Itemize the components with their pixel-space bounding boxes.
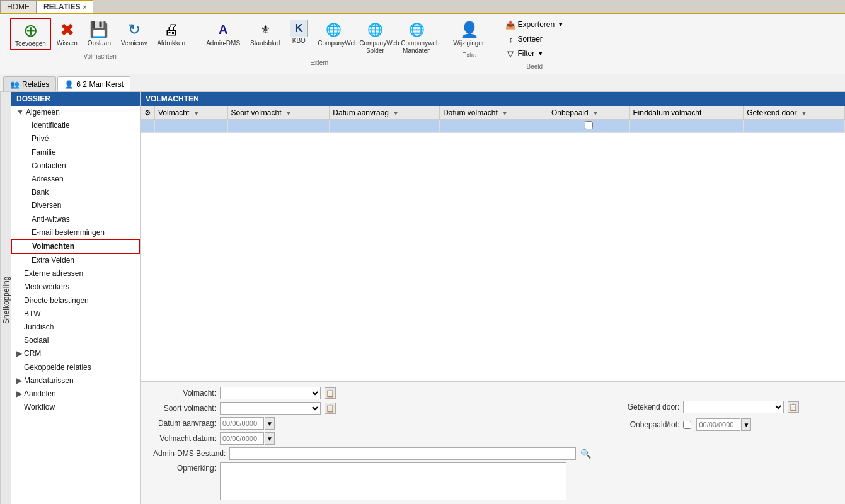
tree-item-sociaal[interactable]: Sociaal — [11, 334, 140, 347]
soort-volmacht-label: Soort volmacht: — [153, 404, 216, 413]
tree-item-anti-witwas[interactable]: Anti-witwas — [11, 213, 140, 226]
toevoegen-button[interactable]: ⊕ Toevoegen — [10, 18, 51, 50]
tree-item-diversen[interactable]: Diversen — [11, 199, 140, 212]
filter-arrow-icon: ▼ — [537, 50, 543, 57]
table-gear-header[interactable]: ⚙ — [141, 106, 155, 120]
tree-item-crm[interactable]: ▶CRM — [11, 347, 140, 360]
ribbon-group-volmachten: ⊕ Toevoegen ✖ Wissen 💾 Opslaan ↻ Vernieu… — [5, 16, 195, 61]
tree-item-email-bestemmingen[interactable]: E-mail bestemmingen — [11, 226, 140, 239]
admin-dms-search-icon[interactable]: 🔍 — [580, 448, 591, 459]
tree-item-medewerkers[interactable]: Medewerkers — [11, 280, 140, 294]
row1-onbepaald-checkbox[interactable] — [585, 121, 593, 129]
col-einddatum-volmacht: Einddatum volmacht — [629, 106, 744, 120]
wijzigingen-button[interactable]: 👤 Wijzigingen — [449, 18, 490, 49]
col-getekend-door: Getekend door ▼ — [744, 106, 845, 120]
person-icon: 👤 — [64, 80, 74, 89]
form-area: Volmacht: 📋 Soort volmacht: 📋 Datum aanv… — [141, 381, 845, 504]
table-row-1[interactable] — [141, 120, 845, 133]
tree-item-externe-adressen[interactable]: Externe adressen — [11, 267, 140, 280]
col-datum-aanvraag-label: Datum aanvraag — [333, 108, 389, 117]
admin-dms-button[interactable]: A Admin-DMS — [202, 18, 244, 49]
col-volmacht-filter-icon[interactable]: ▼ — [193, 110, 200, 117]
vernieuw-button[interactable]: ↻ Vernieuw — [117, 18, 151, 49]
row1-einddatum-volmacht — [629, 120, 744, 133]
relaties-icon: 👥 — [10, 80, 20, 89]
volmacht-datum-input[interactable] — [220, 432, 264, 445]
sorteer-icon: ↕ — [505, 34, 515, 44]
onbepaald-tot-label: Onbepaald/tot: — [616, 420, 679, 429]
exporteren-button[interactable]: 📤 Exporteren ▼ — [502, 18, 567, 32]
volmacht-datum-label: Volmacht datum: — [153, 434, 216, 443]
row1-soort-volmacht — [227, 120, 330, 133]
snelkoppeling-sidebar[interactable]: Snelkoppeling — [0, 92, 11, 504]
soort-volmacht-select[interactable] — [220, 402, 321, 415]
col-soort-volmacht: Soort volmacht ▼ — [227, 106, 330, 120]
tab-relaties-close[interactable]: × — [83, 4, 86, 11]
tree-item-algemeen[interactable]: ▼Algemeen — [11, 106, 140, 119]
onbepaald-checkbox[interactable] — [683, 421, 691, 429]
tree-item-prive[interactable]: Privé — [11, 132, 140, 146]
getekend-door-select[interactable] — [683, 401, 784, 413]
tree-item-aandelen[interactable]: ▶Aandelen — [11, 387, 140, 401]
companyweb-button[interactable]: 🌐 CompanyWeb — [313, 18, 354, 49]
tree-item-bank[interactable]: Bank — [11, 186, 140, 199]
companyweb-spider-label: CompanyWeb Spider — [359, 40, 391, 55]
onbepaald-tot-input[interactable] — [696, 418, 740, 431]
tree-item-gekoppelde-relaties[interactable]: Gekoppelde relaties — [11, 361, 140, 374]
col-onbepaald-filter-icon[interactable]: ▼ — [592, 110, 599, 117]
datum-aanvraag-date: ▼ — [220, 417, 275, 430]
tree-item-contacten[interactable]: Contacten — [11, 159, 140, 173]
staatsblad-icon: ⚜ — [255, 20, 275, 40]
dossier-header: DOSSIER — [11, 92, 140, 106]
row1-datum-aanvraag — [330, 120, 440, 133]
onbepaald-tot-date: ▼ — [696, 418, 751, 431]
col-datum-aanvraag-filter-icon[interactable]: ▼ — [393, 110, 399, 117]
filter-button[interactable]: ▽ Filter ▼ — [502, 47, 567, 60]
tree-item-mandatarissen[interactable]: ▶Mandatarissen — [11, 374, 140, 387]
volmacht-select[interactable] — [220, 387, 321, 399]
tab-home-label: HOME — [7, 3, 30, 11]
sub-tab-relaties[interactable]: 👥 Relaties — [3, 76, 56, 91]
opslaan-button[interactable]: 💾 Opslaan — [83, 18, 115, 49]
admin-dms-input[interactable] — [229, 447, 576, 460]
kbo-icon: K — [290, 20, 308, 37]
kbo-button[interactable]: K KBO — [285, 18, 312, 47]
staatsblad-button[interactable]: ⚜ Staatsblad — [246, 18, 284, 49]
sorteer-button[interactable]: ↕ Sorteer — [502, 32, 567, 46]
ribbon-extra-buttons: 👤 Wijzigingen — [449, 18, 490, 49]
aandelen-arrow-icon: ▶ — [16, 389, 22, 398]
soort-volmacht-btn[interactable]: 📋 — [325, 403, 336, 414]
tree-item-directe-belastingen[interactable]: Directe belastingen — [11, 294, 140, 307]
form-row-datum-aanvraag: Datum aanvraag: ▼ — [153, 417, 591, 430]
tree-item-extra-velden[interactable]: Extra Velden — [11, 254, 140, 267]
datum-aanvraag-input[interactable] — [220, 417, 264, 430]
col-datum-volmacht-filter-icon[interactable]: ▼ — [502, 110, 508, 117]
opslaan-icon: 💾 — [89, 20, 109, 40]
tree-item-adressen[interactable]: Adressen — [11, 173, 140, 186]
wissen-button[interactable]: ✖ Wissen — [52, 18, 82, 49]
tree-item-juridisch[interactable]: Juridisch — [11, 321, 140, 334]
tab-relaties[interactable]: RELATIES × — [37, 0, 93, 13]
companyweb-mandaten-button[interactable]: 🌐 Companyweb Mandaten — [396, 18, 437, 57]
afdrukken-button[interactable]: 🖨 Afdrukken — [152, 18, 190, 49]
afdrukken-icon: 🖨 — [161, 20, 181, 40]
filter-icon: ▽ — [505, 49, 515, 59]
col-soort-volmacht-filter-icon[interactable]: ▼ — [285, 110, 292, 117]
col-getekend-door-filter-icon[interactable]: ▼ — [801, 110, 807, 117]
tree-item-btw[interactable]: BTW — [11, 307, 140, 321]
tree-item-familie[interactable]: Familie — [11, 146, 140, 159]
sub-tab-6-2-man-kerst[interactable]: 👤 6 2 Man Kerst — [57, 76, 130, 91]
tree-item-identificatie[interactable]: Identificatie — [11, 119, 140, 132]
companyweb-spider-button[interactable]: 🌐 CompanyWeb Spider — [355, 18, 395, 57]
algemeen-arrow-icon: ▼ — [16, 108, 24, 117]
tab-home[interactable]: HOME — [0, 0, 37, 13]
tree-item-volmachten[interactable]: Volmachten — [11, 239, 140, 254]
opmerking-textarea[interactable] — [220, 462, 566, 500]
onbepaald-tot-calendar-icon[interactable]: ▼ — [741, 418, 751, 431]
filter-label: Filter — [517, 49, 534, 58]
volmacht-btn[interactable]: 📋 — [325, 387, 336, 399]
datum-aanvraag-calendar-icon[interactable]: ▼ — [265, 417, 275, 430]
tree-item-workflow[interactable]: Workflow — [11, 401, 140, 414]
getekend-door-btn[interactable]: 📋 — [788, 401, 799, 413]
volmacht-datum-calendar-icon[interactable]: ▼ — [265, 432, 275, 445]
